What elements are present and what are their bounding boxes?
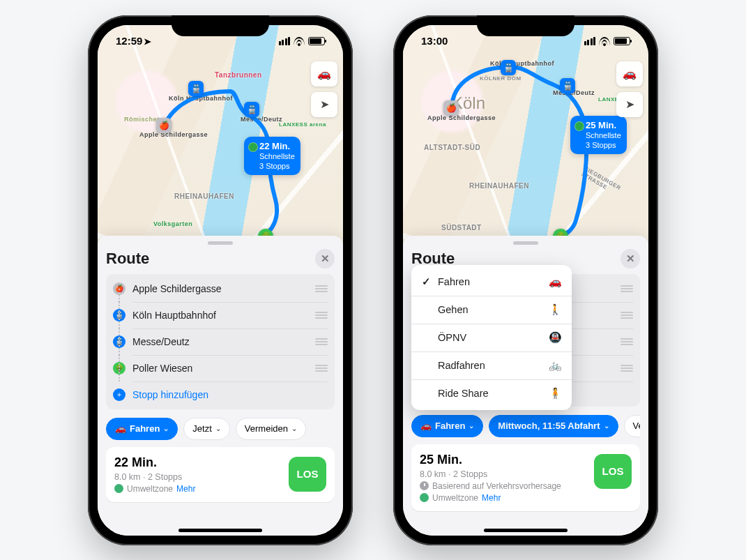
chip-label: Vermeiden [633,421,641,431]
chip-label: Mittwoch, 11:55 Abfahrt [498,421,600,431]
screen: 12:59➤ 🍎 🚆 🚆 🌳 Tanzbrunnen Köln Hauptbah… [98,25,343,536]
mode-option-transit[interactable]: ÖPNV 🚇 [411,324,572,351]
close-button[interactable]: ✕ [621,249,640,268]
close-button[interactable]: ✕ [315,249,335,268]
chevron-down-icon: ⌄ [604,422,609,430]
bike-icon: 🚲 [549,359,562,372]
add-stop-label: Stopp hinzufügen [132,389,328,400]
reorder-handle-icon[interactable] [315,312,328,319]
chevron-down-icon: ⌄ [215,425,221,432]
walk-icon: 🚶 [549,303,562,316]
mode-chip[interactable]: 🚗 Fahren ⌄ [411,415,483,437]
option-chips: 🚗 Fahren ⌄ Jetzt ⌄ Vermeiden ⌄ [106,418,335,440]
person-icon: 🧍 [549,387,562,400]
add-stop-row[interactable]: ＋ Stopp hinzufügen [106,381,335,408]
summary-note: Umweltzone Mehr [420,493,587,503]
locate-me-button[interactable]: ➤ [616,92,643,117]
time-chip[interactable]: Mittwoch, 11:55 Abfahrt ⌄ [489,415,618,437]
stop-row[interactable]: 🍎 Apple Schildergasse [106,275,335,302]
summary-note: Basierend auf Verkehrsvorhersage [420,481,587,491]
more-link[interactable]: Mehr [176,484,195,494]
route-sheet: Route ✕ 🍎 Apple Schildergasse 🚆 Köln Hau… [98,236,343,536]
cellular-icon [584,37,596,45]
chevron-down-icon: ⌄ [469,422,474,430]
map-pin-station-1[interactable]: 🚆 [188,81,204,96]
battery-icon [308,37,325,45]
screen: 13:00 Köln 🍎 🚆 🚆 🌳 Köln Hauptbahnhof KÖL… [403,25,648,536]
stop-label: Apple Schildergasse [132,283,315,294]
umweltzone-icon [114,484,123,493]
map-pin-station-2[interactable]: 🚆 [244,102,259,117]
reorder-handle-icon[interactable] [621,365,633,372]
mode-label: Gehen [438,304,469,315]
locate-me-button[interactable]: ➤ [311,92,337,117]
reorder-handle-icon[interactable] [621,285,633,292]
transport-mode-popover: ✓Fahren 🚗 Gehen 🚶 ÖPNV 🚇 Radfahren 🚲 Rid… [411,265,572,410]
mode-chip[interactable]: 🚗 Fahren ⌄ [106,418,178,440]
summary-card[interactable]: 25 Min. 8.0 km · 2 Stopps Basierend auf … [411,444,640,511]
status-time: 12:59➤ [116,35,151,47]
badge-duration: 22 Min. [259,141,295,152]
route-badge[interactable]: 22 Min. Schnellste 3 Stopps [244,137,300,176]
notch [172,15,269,36]
mode-option-bike[interactable]: Radfahren 🚲 [411,351,572,379]
reorder-handle-icon[interactable] [315,285,328,292]
route-badge[interactable]: 25 Min. Schnellste 3 Stopps [570,116,627,155]
reorder-handle-icon[interactable] [315,338,328,345]
status-time: 13:00 [421,35,448,47]
more-link[interactable]: Mehr [482,493,501,503]
location-arrow-icon: ➤ [144,36,151,47]
stops-card: 🍎 Apple Schildergasse 🚆 Köln Hauptbahnho… [106,274,335,409]
stop-label: Messe/Deutz [132,336,315,347]
reorder-handle-icon[interactable] [621,312,633,319]
avoid-chip[interactable]: Vermeiden ⌄ [236,418,306,440]
stop-row[interactable]: 🚆 Köln Hauptbahnhof [106,302,335,328]
car-icon: 🚗 [549,275,562,288]
clock-icon [420,481,429,490]
badge-line: Schnellste [259,152,295,162]
wifi-icon [599,37,610,45]
chevron-down-icon: ⌄ [163,425,169,432]
stop-label: Poller Wiesen [132,363,315,374]
map-mode-button[interactable]: 🚗 [311,61,337,86]
chip-label: Fahren [435,421,465,431]
summary-duration: 22 Min. [114,455,282,470]
chip-label: Vermeiden [245,423,288,434]
badge-duration: 25 Min. [586,120,621,131]
mode-option-walk[interactable]: Gehen 🚶 [411,296,572,324]
map-pin-origin[interactable]: 🍎 [443,100,459,116]
stop-row[interactable]: 🚆 Messe/Deutz [106,328,335,355]
plus-icon: ＋ [113,388,125,401]
summary-note: Umweltzone Mehr [114,484,282,494]
cellular-icon [279,37,291,45]
sheet-grabber[interactable] [208,241,233,245]
home-indicator[interactable] [484,529,568,532]
reorder-handle-icon[interactable] [315,365,328,372]
phone-left: 12:59➤ 🍎 🚆 🚆 🌳 Tanzbrunnen Köln Hauptbah… [88,15,353,545]
stop-row[interactable]: 🌳 Poller Wiesen [106,355,335,381]
route-sheet: Route ✕ [403,236,648,536]
mode-option-drive[interactable]: ✓Fahren 🚗 [411,268,572,296]
badge-line: Schnellste [586,131,621,141]
map-pin-origin[interactable]: 🍎 [156,118,172,133]
summary-card[interactable]: 22 Min. 8.0 km · 2 Stopps Umweltzone Meh… [106,447,335,502]
option-chips: 🚗 Fahren ⌄ Mittwoch, 11:55 Abfahrt ⌄ Ver… [411,415,640,437]
phone-right: 13:00 Köln 🍎 🚆 🚆 🌳 Köln Hauptbahnhof KÖL… [393,15,658,545]
check-icon: ✓ [421,276,431,287]
chevron-down-icon: ⌄ [291,425,297,432]
map-pin-station-1[interactable]: 🚆 [501,60,516,75]
time-chip[interactable]: Jetzt ⌄ [183,418,229,440]
car-icon: 🚗 [115,423,126,434]
mode-option-rideshare[interactable]: Ride Share 🧍 [411,379,572,407]
home-indicator[interactable] [178,529,262,532]
avoid-chip[interactable]: Vermeiden [624,415,641,437]
reorder-handle-icon[interactable] [621,338,633,345]
map-pin-station-2[interactable]: 🚆 [560,78,575,93]
go-button[interactable]: LOS [594,454,632,489]
chip-label: Jetzt [192,423,211,434]
umweltzone-icon [420,493,429,502]
map-mode-button[interactable]: 🚗 [616,61,643,86]
badge-line: 3 Stopps [259,162,295,172]
go-button[interactable]: LOS [289,457,326,492]
sheet-grabber[interactable] [513,241,538,245]
